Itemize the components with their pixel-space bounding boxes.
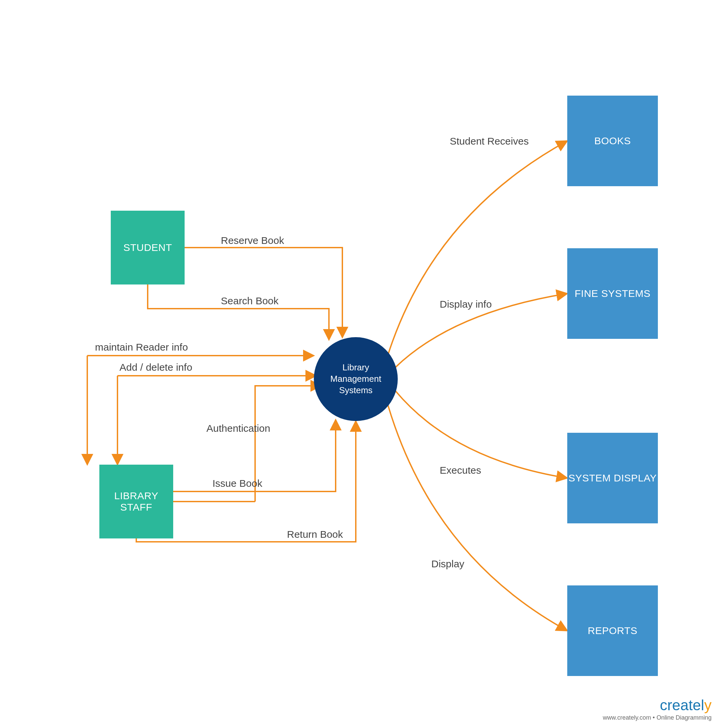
node-label: STUDENT (123, 242, 172, 253)
node-library-management-systems[interactable]: Library Management Systems (314, 337, 398, 421)
brand-text-suffix: y (704, 697, 711, 713)
brand-text-prefix: createl (660, 697, 704, 713)
node-system-display[interactable]: SYSTEM DISPLAY (567, 433, 658, 523)
brand-tagline: www.creately.com • Online Diagramming (603, 714, 711, 721)
node-label: LIBRARY STAFF (100, 490, 173, 513)
diagram-canvas: STUDENT LIBRARY STAFF Library Management… (0, 0, 725, 728)
edge-label-authentication: Authentication (207, 423, 270, 434)
edge-label-return-book: Return Book (287, 529, 343, 540)
connector-student-receives (388, 141, 567, 356)
connector-search-book (148, 284, 329, 340)
edge-label-display: Display (431, 558, 464, 570)
node-label: SYSTEM DISPLAY (568, 473, 656, 484)
connector-executes (395, 391, 567, 478)
branding-footer: creately www.creately.com • Online Diagr… (603, 697, 711, 721)
edge-label-issue-book: Issue Book (213, 478, 262, 489)
edge-label-executes: Executes (440, 465, 481, 476)
node-library-staff[interactable]: LIBRARY STAFF (100, 465, 173, 538)
node-label: REPORTS (588, 625, 638, 636)
brand-logo: creately (603, 697, 711, 714)
node-label: Library Management Systems (317, 362, 394, 396)
node-books[interactable]: BOOKS (567, 96, 658, 186)
edge-label-display-info: Display info (440, 298, 492, 310)
edge-label-reserve-book: Reserve Book (221, 235, 284, 246)
node-reports[interactable]: REPORTS (567, 586, 658, 676)
connector-display (388, 404, 567, 631)
edge-label-search-book: Search Book (221, 295, 279, 307)
node-student[interactable]: STUDENT (111, 211, 185, 284)
edge-label-student-receives: Student Receives (450, 136, 529, 147)
connector-authentication (255, 386, 321, 502)
node-label: FINE SYSTEMS (575, 288, 650, 299)
edge-label-maintain-reader-info: maintain Reader info (95, 341, 188, 353)
node-label: BOOKS (594, 135, 631, 147)
connector-reserve-book (185, 248, 342, 338)
edge-label-add-delete-info: Add / delete info (120, 362, 192, 373)
node-fine-systems[interactable]: FINE SYSTEMS (567, 248, 658, 339)
